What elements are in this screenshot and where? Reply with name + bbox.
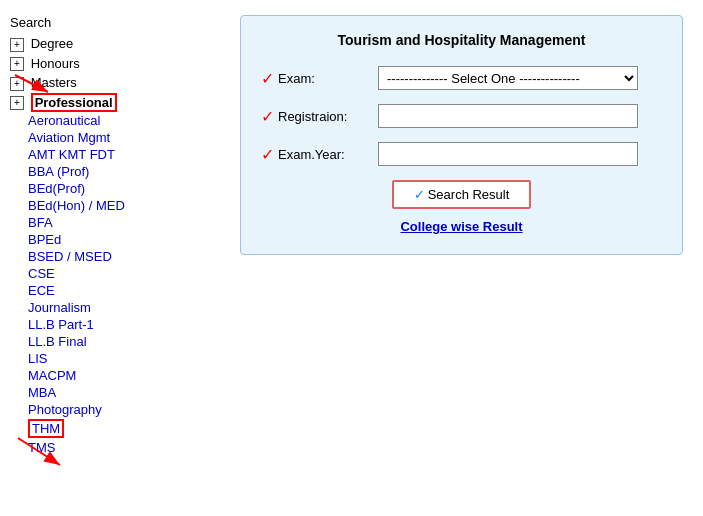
sub-item-bsed-msed[interactable]: BSED / MSED (28, 248, 230, 265)
exam-tick: ✓ (261, 69, 274, 88)
sub-item-aeronautical[interactable]: Aeronautical (28, 112, 230, 129)
registration-row: ✓ Registraion: (261, 104, 662, 128)
sub-item-lis[interactable]: LIS (28, 350, 230, 367)
exam-year-row: ✓ Exam.Year: (261, 142, 662, 166)
registration-label: Registraion: (278, 109, 378, 124)
tree-item-honours[interactable]: + Honours (10, 54, 230, 74)
registration-input[interactable] (378, 104, 638, 128)
exam-label: Exam: (278, 71, 378, 86)
tree-item-professional[interactable]: + Professional (10, 93, 230, 113)
tree-root: + Degree + Honours + Masters + Professio… (10, 34, 230, 456)
sub-item-bfa[interactable]: BFA (28, 214, 230, 231)
tree-label-professional: Professional (31, 93, 117, 112)
search-label: Search (10, 15, 230, 30)
tree-label-degree: Degree (31, 36, 74, 51)
sub-item-bped[interactable]: BPEd (28, 231, 230, 248)
form-title: Tourism and Hospitality Management (261, 32, 662, 48)
college-wise-result-link[interactable]: College wise Result (400, 219, 522, 234)
sub-item-aviation-mgmt[interactable]: Aviation Mgmt (28, 129, 230, 146)
exam-year-label: Exam.Year: (278, 147, 378, 162)
sub-item-photography[interactable]: Photography (28, 401, 230, 418)
expander-masters[interactable]: + (10, 77, 24, 91)
thm-label: THM (28, 419, 64, 438)
sub-item-llb-final[interactable]: LL.B Final (28, 333, 230, 350)
sub-item-bed-hon-med[interactable]: BEd(Hon) / MED (28, 197, 230, 214)
search-btn-tick: ✓ (414, 187, 425, 202)
expander-professional[interactable]: + (10, 96, 24, 110)
tree-label-honours: Honours (31, 56, 80, 71)
sub-item-llb-part1[interactable]: LL.B Part-1 (28, 316, 230, 333)
sub-item-tms[interactable]: TMS (28, 439, 230, 456)
button-row: ✓Search Result College wise Result (261, 180, 662, 234)
form-box: Tourism and Hospitality Management ✓ Exa… (240, 15, 683, 255)
sub-item-cse[interactable]: CSE (28, 265, 230, 282)
expander-degree[interactable]: + (10, 38, 24, 52)
exam-year-tick: ✓ (261, 145, 274, 164)
expander-honours[interactable]: + (10, 57, 24, 71)
tree-item-masters[interactable]: + Masters (10, 73, 230, 93)
sub-item-journalism[interactable]: Journalism (28, 299, 230, 316)
main-panel: Tourism and Hospitality Management ✓ Exa… (230, 10, 693, 506)
sub-item-macpm[interactable]: MACPM (28, 367, 230, 384)
sub-item-bed-prof[interactable]: BEd(Prof) (28, 180, 230, 197)
sub-item-thm[interactable]: THM (28, 418, 230, 439)
search-result-button[interactable]: ✓Search Result (392, 180, 532, 209)
sub-item-mba[interactable]: MBA (28, 384, 230, 401)
exam-row: ✓ Exam: -------------- Select One ------… (261, 66, 662, 90)
exam-year-input[interactable] (378, 142, 638, 166)
registration-tick: ✓ (261, 107, 274, 126)
sub-item-ece[interactable]: ECE (28, 282, 230, 299)
tree-item-degree[interactable]: + Degree (10, 34, 230, 54)
tree-label-masters: Masters (31, 75, 77, 90)
sub-item-bba-prof[interactable]: BBA (Prof) (28, 163, 230, 180)
sub-list-professional: Aeronautical Aviation Mgmt AMT KMT FDT B… (10, 112, 230, 456)
sub-item-amt-kmt-fdt[interactable]: AMT KMT FDT (28, 146, 230, 163)
search-result-label: Search Result (428, 187, 510, 202)
exam-select[interactable]: -------------- Select One -------------- (378, 66, 638, 90)
